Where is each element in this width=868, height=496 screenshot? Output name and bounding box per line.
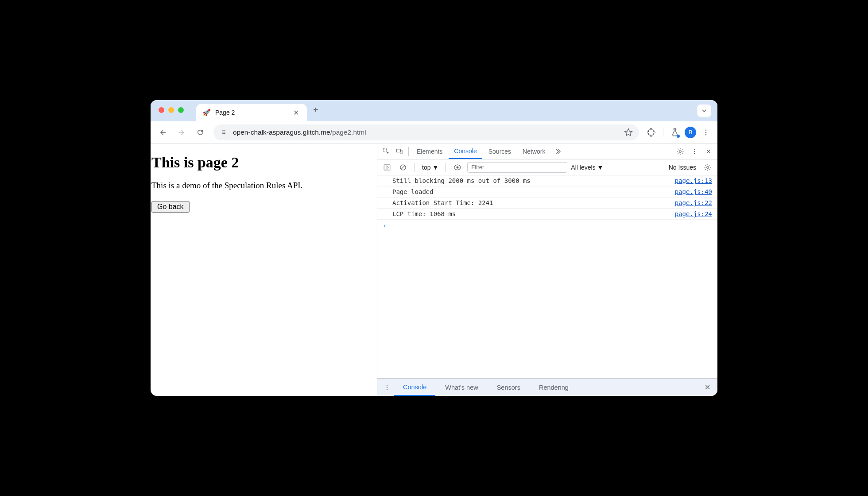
drawer-tab-whatsnew[interactable]: What's new [436, 379, 487, 396]
devtools-more-icon[interactable] [688, 145, 701, 158]
tab-title: Page 2 [215, 109, 235, 116]
console-divider-1 [415, 163, 415, 172]
drawer-more-icon[interactable] [381, 381, 393, 394]
svg-point-18 [387, 387, 388, 388]
content-area: This is page 2 This is a demo of the Spe… [151, 143, 717, 396]
bookmark-icon[interactable] [624, 128, 633, 137]
close-tab-button[interactable]: ✕ [293, 108, 301, 117]
levels-label: All levels [571, 164, 595, 171]
toolbar-divider [663, 128, 663, 137]
svg-point-10 [694, 153, 695, 154]
tabstrip: 🚀 Page 2 ✕ + [151, 100, 717, 121]
url-host: open-chalk-asparagus.glitch.me [233, 128, 330, 136]
devtools-tabstrip: Elements Console Sources Network ✕ [377, 143, 717, 159]
browser-window: 🚀 Page 2 ✕ + open-chalk-asparagus.glitch… [151, 100, 717, 396]
svg-point-3 [705, 134, 707, 135]
drawer-tab-rendering[interactable]: Rendering [530, 379, 577, 396]
tab-favicon: 🚀 [202, 108, 211, 116]
log-levels-selector[interactable]: All levels ▼ [571, 164, 603, 171]
tab-elements[interactable]: Elements [411, 143, 448, 159]
drawer-close-icon[interactable]: ✕ [701, 383, 714, 391]
issues-status[interactable]: No Issues [669, 164, 696, 171]
console-output: Still blocking 2000 ms out of 3000 ms pa… [377, 175, 717, 378]
svg-line-14 [401, 165, 405, 169]
device-toolbar-icon[interactable] [393, 145, 406, 158]
toggle-sidebar-icon[interactable] [381, 161, 393, 174]
svg-point-8 [694, 149, 695, 150]
tab-network[interactable]: Network [517, 143, 550, 159]
devtools-settings-icon[interactable] [674, 145, 686, 158]
log-message: LCP time: 1068 ms [392, 210, 670, 217]
page-viewport: This is page 2 This is a demo of the Spe… [151, 143, 377, 396]
extensions-button[interactable] [644, 125, 659, 140]
address-bar[interactable]: open-chalk-asparagus.glitch.me/page2.htm… [213, 124, 639, 140]
tab-sources[interactable]: Sources [483, 143, 516, 159]
svg-point-15 [457, 166, 459, 168]
go-back-button[interactable]: Go back [151, 201, 190, 213]
url-text: open-chalk-asparagus.glitch.me/page2.htm… [233, 128, 366, 136]
console-log-row: Still blocking 2000 ms out of 3000 ms pa… [377, 175, 717, 186]
console-log-row: LCP time: 1068 ms page.js:24 [377, 209, 717, 220]
clear-console-icon[interactable] [397, 161, 409, 174]
labs-notification-dot [677, 135, 680, 138]
chevron-down-icon: ▼ [597, 164, 604, 171]
log-source-link[interactable]: page.js:22 [675, 199, 712, 206]
devtools-drawer: Console What's new Sensors Rendering ✕ [377, 378, 717, 396]
minimize-window-button[interactable] [168, 107, 174, 113]
console-prompt[interactable]: › [377, 220, 717, 232]
svg-point-2 [705, 132, 707, 133]
svg-point-0 [221, 130, 222, 131]
console-toolbar: top ▼ All levels ▼ No Issues [377, 159, 717, 175]
chevron-down-icon: ▼ [432, 164, 438, 171]
profile-avatar[interactable]: B [685, 127, 696, 138]
tab-console[interactable]: Console [449, 143, 482, 159]
more-tabs-icon[interactable] [551, 145, 564, 158]
reload-button[interactable] [192, 124, 208, 140]
svg-rect-5 [396, 149, 400, 152]
log-source-link[interactable]: page.js:40 [675, 188, 712, 195]
new-tab-button[interactable]: + [313, 105, 318, 115]
url-path: /page2.html [330, 128, 366, 136]
svg-point-7 [679, 150, 682, 152]
svg-point-19 [387, 389, 388, 390]
inspect-element-icon[interactable] [380, 145, 392, 158]
svg-point-1 [705, 129, 707, 131]
labs-button[interactable] [668, 125, 682, 140]
page-paragraph: This is a demo of the Speculation Rules … [151, 181, 376, 190]
context-label: top [422, 164, 430, 171]
browser-tab[interactable]: 🚀 Page 2 ✕ [196, 104, 307, 121]
avatar-letter: B [689, 129, 693, 136]
window-controls [159, 107, 184, 113]
devtools-close-icon[interactable]: ✕ [702, 145, 715, 158]
log-message: Page loaded [392, 188, 670, 195]
tab-search-button[interactable] [697, 105, 711, 117]
console-settings-icon[interactable] [701, 161, 714, 174]
maximize-window-button[interactable] [178, 107, 184, 113]
devtools-divider [408, 147, 409, 156]
devtools-panel: Elements Console Sources Network ✕ [377, 143, 717, 396]
svg-rect-11 [384, 165, 390, 170]
log-source-link[interactable]: page.js:13 [675, 177, 712, 184]
log-message: Still blocking 2000 ms out of 3000 ms [392, 177, 670, 184]
svg-point-9 [694, 151, 695, 151]
console-filter-input[interactable] [467, 162, 567, 173]
drawer-tab-sensors[interactable]: Sensors [488, 379, 529, 396]
browser-toolbar: open-chalk-asparagus.glitch.me/page2.htm… [151, 121, 717, 143]
drawer-tab-console[interactable]: Console [394, 379, 435, 396]
console-log-row: Page loaded page.js:40 [377, 186, 717, 198]
console-divider-2 [446, 163, 446, 172]
chrome-menu-button[interactable] [699, 125, 713, 140]
context-selector[interactable]: top ▼ [420, 164, 440, 171]
svg-rect-4 [383, 148, 387, 152]
page-heading: This is page 2 [151, 154, 376, 171]
live-expression-icon[interactable] [451, 161, 464, 174]
site-settings-icon[interactable] [220, 128, 228, 136]
log-message: Activation Start Time: 2241 [392, 199, 670, 206]
close-window-button[interactable] [159, 107, 164, 113]
log-source-link[interactable]: page.js:24 [675, 210, 712, 217]
svg-point-16 [707, 166, 709, 168]
console-log-row: Activation Start Time: 2241 page.js:22 [377, 198, 717, 209]
forward-button[interactable] [174, 124, 190, 140]
back-button[interactable] [155, 124, 171, 140]
svg-point-17 [387, 385, 388, 386]
